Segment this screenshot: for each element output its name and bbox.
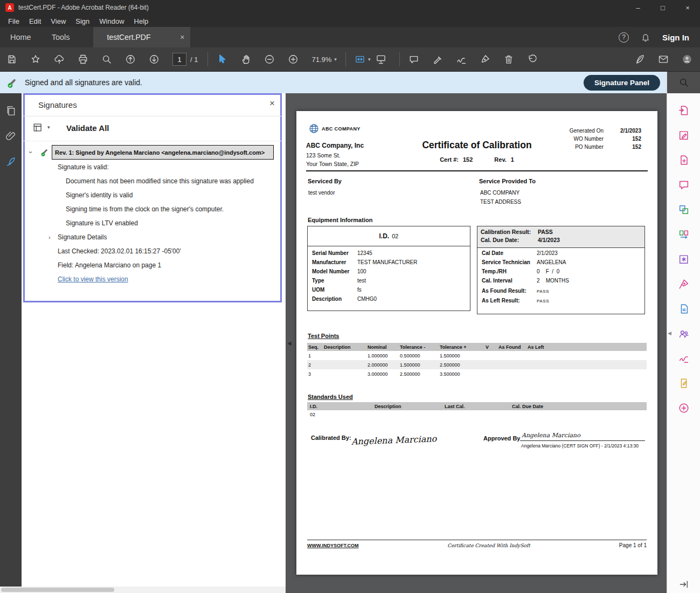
tab-close-icon[interactable]: × (180, 33, 184, 42)
calibrated-by-signature: Angelena Marciano (351, 433, 437, 447)
tool-organize-pages[interactable] (667, 222, 700, 247)
toolbar-separator (207, 52, 208, 66)
page-down-icon[interactable] (149, 54, 160, 65)
window-title: testCert.PDF - Adobe Acrobat Reader (64-… (18, 4, 149, 11)
serviced-by-value: test vendor (308, 190, 335, 196)
signature-expand-chevron-icon[interactable]: › (27, 151, 35, 153)
menu-help[interactable]: Help (129, 16, 154, 26)
attachments-paperclip-icon[interactable] (5, 130, 17, 142)
menu-sign[interactable]: Sign (71, 16, 94, 26)
certificate-meta: Generated On2/1/2023 WO Number152 PO Num… (523, 128, 641, 152)
divider (306, 170, 648, 171)
menu-view[interactable]: View (46, 16, 71, 26)
toolbar-separator (399, 52, 400, 66)
tool-redact[interactable] (667, 247, 700, 272)
help-icon[interactable]: ? (619, 32, 629, 43)
rail-expand-button[interactable] (667, 579, 700, 590)
signature-options-caret-icon[interactable]: ▾ (47, 125, 50, 130)
rail-search-cell[interactable] (667, 72, 700, 93)
email-icon[interactable] (658, 54, 669, 65)
menu-window[interactable]: Window (94, 16, 129, 26)
delete-pages-icon[interactable] (503, 54, 514, 65)
validate-all-button[interactable]: Validate All (66, 123, 109, 133)
divider (23, 141, 282, 141)
signed-valid-icon (40, 147, 51, 157)
serviced-by-label: Serviced By (308, 178, 342, 184)
menu-file[interactable]: File (3, 16, 24, 26)
account-avatar[interactable] (682, 54, 692, 65)
signatures-panel-icon[interactable] (5, 156, 17, 167)
signature-valid-icon (6, 76, 19, 89)
sign-in-button[interactable]: Sign In (662, 33, 689, 42)
panel-collapse-arrow-icon[interactable]: ◀ (287, 340, 292, 346)
zoom-in-icon[interactable] (288, 54, 299, 65)
search-tools-icon (678, 77, 689, 88)
approved-by-label: Approved By (483, 435, 520, 442)
zoom-dropdown-caret-icon[interactable]: ▾ (334, 57, 337, 62)
table-row: 33.0000002.5000003.500000 (307, 369, 647, 378)
fill-sign-icon[interactable] (480, 54, 490, 65)
tab-home[interactable]: Home (0, 27, 41, 47)
test-points-heading: Test Points (308, 333, 339, 339)
tab-document[interactable]: testCert.PDF × (93, 27, 190, 47)
menu-edit[interactable]: Edit (24, 16, 46, 26)
signature-rev-item[interactable]: Rev. 1: Signed by Angelena Marciano <ang… (52, 145, 274, 160)
esign-pen-icon[interactable] (634, 54, 645, 65)
menu-bar: File Edit View Sign Window Help (0, 15, 700, 27)
tool-edit-pdf[interactable] (667, 123, 700, 148)
tool-request-signatures[interactable] (667, 321, 700, 346)
fit-width-icon[interactable] (355, 54, 365, 65)
standards-heading: Standards Used (308, 394, 353, 400)
draw-ink-icon[interactable] (456, 54, 467, 65)
favorites-star-icon[interactable] (30, 54, 41, 65)
tool-fill-sign[interactable] (667, 272, 700, 296)
rail-collapse-arrow-icon[interactable]: ◀ (668, 330, 671, 336)
divider (23, 116, 282, 116)
minimize-button[interactable]: – (626, 0, 650, 15)
tool-comment[interactable] (667, 173, 700, 197)
share-cloud-upload-icon[interactable] (54, 54, 65, 65)
page-thumbnails-icon[interactable] (5, 105, 17, 116)
notifications-bell-icon[interactable] (641, 32, 650, 42)
maximize-button[interactable]: □ (650, 0, 675, 15)
signature-panel-button[interactable]: Signature Panel (584, 75, 660, 91)
tool-export-pdf[interactable] (667, 98, 700, 123)
footer-url: WWW.INDYSOFT.COM (307, 543, 359, 548)
field-line: Field: Angelena Marciano on page 1 (58, 261, 161, 269)
save-icon[interactable] (6, 54, 17, 65)
signature-options-icon[interactable] (32, 122, 44, 134)
close-button[interactable]: × (675, 0, 700, 15)
signature-status-message: Signed and all signatures are valid. (25, 78, 142, 87)
signature-details-toggle[interactable]: Signature Details (58, 233, 107, 241)
page-number-input[interactable]: 1 (172, 53, 186, 66)
tool-create-pdf[interactable] (667, 148, 700, 173)
equipment-info-box: I.D. 02 Serial Number12345 ManufacturerT… (307, 226, 470, 311)
hand-tool-icon[interactable] (240, 54, 251, 65)
service-to-label: Service Provided To (479, 178, 536, 184)
zoom-level-value[interactable]: 71.9% (311, 56, 331, 64)
highlight-icon[interactable] (432, 54, 443, 65)
horizontal-scrollbar[interactable] (0, 587, 286, 593)
reading-mode-icon[interactable] (376, 54, 386, 65)
scrollbar-thumb[interactable] (1, 588, 114, 592)
tool-combine-files[interactable] (667, 197, 700, 222)
signatures-panel-close-icon[interactable]: × (269, 98, 275, 109)
tool-prepare-form[interactable] (667, 371, 700, 396)
print-icon[interactable] (78, 54, 88, 65)
tab-tools[interactable]: Tools (41, 27, 80, 47)
comment-icon[interactable] (408, 54, 419, 65)
last-checked-line: Last Checked: 2023.02.01 16:15:27 -05'00… (58, 247, 181, 255)
signature-details-chevron-icon[interactable]: › (48, 234, 51, 240)
zoom-out-icon[interactable] (264, 54, 275, 65)
toolbar-separator (345, 52, 346, 66)
page-up-icon[interactable] (125, 54, 136, 65)
select-tool-icon[interactable] (217, 54, 227, 65)
tool-compress-pdf[interactable] (667, 296, 700, 321)
tool-scan-ocr[interactable] (667, 346, 700, 371)
tool-more-tools[interactable] (667, 396, 700, 420)
search-icon[interactable] (101, 54, 112, 65)
fit-options-caret-icon[interactable]: ▾ (368, 57, 371, 62)
approved-by-note: Angelena Marciano (CERT SIGN OFF) - 2/1/… (521, 443, 639, 449)
view-version-link[interactable]: Click to view this version (58, 275, 128, 283)
rotate-pages-icon[interactable] (527, 54, 538, 65)
